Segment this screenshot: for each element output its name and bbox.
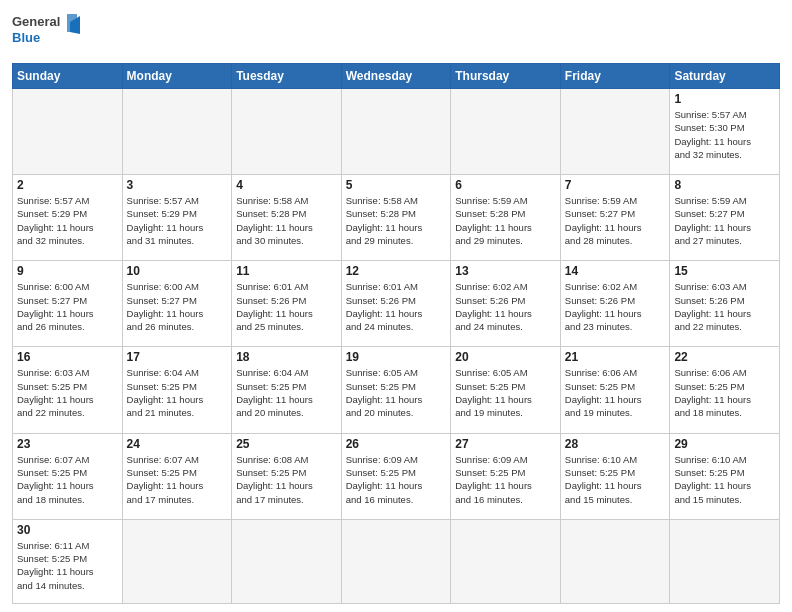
day-info: Sunrise: 6:04 AM Sunset: 5:25 PM Dayligh… (236, 366, 337, 419)
calendar-cell (670, 519, 780, 603)
day-number: 13 (455, 264, 556, 278)
day-info: Sunrise: 6:10 AM Sunset: 5:25 PM Dayligh… (565, 453, 666, 506)
weekday-header-saturday: Saturday (670, 64, 780, 89)
day-info: Sunrise: 6:03 AM Sunset: 5:25 PM Dayligh… (17, 366, 118, 419)
day-number: 15 (674, 264, 775, 278)
day-info: Sunrise: 6:11 AM Sunset: 5:25 PM Dayligh… (17, 539, 118, 592)
calendar-cell: 20Sunrise: 6:05 AM Sunset: 5:25 PM Dayli… (451, 347, 561, 433)
day-number: 18 (236, 350, 337, 364)
calendar-cell: 24Sunrise: 6:07 AM Sunset: 5:25 PM Dayli… (122, 433, 232, 519)
day-info: Sunrise: 5:58 AM Sunset: 5:28 PM Dayligh… (236, 194, 337, 247)
week-row-2: 2Sunrise: 5:57 AM Sunset: 5:29 PM Daylig… (13, 175, 780, 261)
calendar-cell: 12Sunrise: 6:01 AM Sunset: 5:26 PM Dayli… (341, 261, 451, 347)
calendar-table: SundayMondayTuesdayWednesdayThursdayFrid… (12, 63, 780, 604)
calendar-cell (232, 519, 342, 603)
calendar-cell: 17Sunrise: 6:04 AM Sunset: 5:25 PM Dayli… (122, 347, 232, 433)
calendar-cell: 30Sunrise: 6:11 AM Sunset: 5:25 PM Dayli… (13, 519, 123, 603)
weekday-header-tuesday: Tuesday (232, 64, 342, 89)
day-info: Sunrise: 6:10 AM Sunset: 5:25 PM Dayligh… (674, 453, 775, 506)
day-info: Sunrise: 5:59 AM Sunset: 5:27 PM Dayligh… (674, 194, 775, 247)
calendar-cell: 11Sunrise: 6:01 AM Sunset: 5:26 PM Dayli… (232, 261, 342, 347)
day-info: Sunrise: 6:08 AM Sunset: 5:25 PM Dayligh… (236, 453, 337, 506)
week-row-1: 1Sunrise: 5:57 AM Sunset: 5:30 PM Daylig… (13, 89, 780, 175)
day-number: 28 (565, 437, 666, 451)
svg-text:Blue: Blue (12, 30, 40, 45)
day-info: Sunrise: 6:04 AM Sunset: 5:25 PM Dayligh… (127, 366, 228, 419)
calendar-cell: 27Sunrise: 6:09 AM Sunset: 5:25 PM Dayli… (451, 433, 561, 519)
calendar-cell (122, 89, 232, 175)
day-number: 12 (346, 264, 447, 278)
calendar-cell: 22Sunrise: 6:06 AM Sunset: 5:25 PM Dayli… (670, 347, 780, 433)
calendar-cell: 6Sunrise: 5:59 AM Sunset: 5:28 PM Daylig… (451, 175, 561, 261)
day-info: Sunrise: 5:57 AM Sunset: 5:30 PM Dayligh… (674, 108, 775, 161)
calendar-cell: 25Sunrise: 6:08 AM Sunset: 5:25 PM Dayli… (232, 433, 342, 519)
calendar-cell (341, 519, 451, 603)
day-number: 4 (236, 178, 337, 192)
day-number: 6 (455, 178, 556, 192)
day-info: Sunrise: 6:01 AM Sunset: 5:26 PM Dayligh… (346, 280, 447, 333)
calendar-cell: 28Sunrise: 6:10 AM Sunset: 5:25 PM Dayli… (560, 433, 670, 519)
day-info: Sunrise: 5:59 AM Sunset: 5:27 PM Dayligh… (565, 194, 666, 247)
day-info: Sunrise: 6:07 AM Sunset: 5:25 PM Dayligh… (127, 453, 228, 506)
day-number: 21 (565, 350, 666, 364)
day-info: Sunrise: 6:06 AM Sunset: 5:25 PM Dayligh… (565, 366, 666, 419)
day-number: 20 (455, 350, 556, 364)
day-info: Sunrise: 5:58 AM Sunset: 5:28 PM Dayligh… (346, 194, 447, 247)
day-info: Sunrise: 6:00 AM Sunset: 5:27 PM Dayligh… (17, 280, 118, 333)
calendar-cell: 26Sunrise: 6:09 AM Sunset: 5:25 PM Dayli… (341, 433, 451, 519)
calendar-cell (122, 519, 232, 603)
calendar-cell: 19Sunrise: 6:05 AM Sunset: 5:25 PM Dayli… (341, 347, 451, 433)
day-number: 26 (346, 437, 447, 451)
day-number: 10 (127, 264, 228, 278)
calendar-cell: 14Sunrise: 6:02 AM Sunset: 5:26 PM Dayli… (560, 261, 670, 347)
day-info: Sunrise: 6:05 AM Sunset: 5:25 PM Dayligh… (346, 366, 447, 419)
calendar-cell: 18Sunrise: 6:04 AM Sunset: 5:25 PM Dayli… (232, 347, 342, 433)
day-info: Sunrise: 6:01 AM Sunset: 5:26 PM Dayligh… (236, 280, 337, 333)
day-number: 27 (455, 437, 556, 451)
weekday-header-friday: Friday (560, 64, 670, 89)
day-number: 8 (674, 178, 775, 192)
header: General Blue (12, 10, 780, 55)
day-number: 16 (17, 350, 118, 364)
day-number: 30 (17, 523, 118, 537)
week-row-4: 16Sunrise: 6:03 AM Sunset: 5:25 PM Dayli… (13, 347, 780, 433)
day-info: Sunrise: 6:03 AM Sunset: 5:26 PM Dayligh… (674, 280, 775, 333)
day-info: Sunrise: 5:57 AM Sunset: 5:29 PM Dayligh… (127, 194, 228, 247)
day-number: 7 (565, 178, 666, 192)
day-number: 23 (17, 437, 118, 451)
day-info: Sunrise: 5:59 AM Sunset: 5:28 PM Dayligh… (455, 194, 556, 247)
weekday-header-monday: Monday (122, 64, 232, 89)
calendar-cell: 9Sunrise: 6:00 AM Sunset: 5:27 PM Daylig… (13, 261, 123, 347)
calendar-cell: 21Sunrise: 6:06 AM Sunset: 5:25 PM Dayli… (560, 347, 670, 433)
calendar-cell: 8Sunrise: 5:59 AM Sunset: 5:27 PM Daylig… (670, 175, 780, 261)
day-number: 2 (17, 178, 118, 192)
calendar-cell: 13Sunrise: 6:02 AM Sunset: 5:26 PM Dayli… (451, 261, 561, 347)
day-number: 19 (346, 350, 447, 364)
day-info: Sunrise: 5:57 AM Sunset: 5:29 PM Dayligh… (17, 194, 118, 247)
week-row-5: 23Sunrise: 6:07 AM Sunset: 5:25 PM Dayli… (13, 433, 780, 519)
day-number: 17 (127, 350, 228, 364)
calendar-cell (13, 89, 123, 175)
calendar-cell: 10Sunrise: 6:00 AM Sunset: 5:27 PM Dayli… (122, 261, 232, 347)
day-info: Sunrise: 6:09 AM Sunset: 5:25 PM Dayligh… (455, 453, 556, 506)
weekday-header-wednesday: Wednesday (341, 64, 451, 89)
day-number: 3 (127, 178, 228, 192)
day-number: 22 (674, 350, 775, 364)
calendar-cell (451, 519, 561, 603)
calendar-cell: 3Sunrise: 5:57 AM Sunset: 5:29 PM Daylig… (122, 175, 232, 261)
calendar-cell: 23Sunrise: 6:07 AM Sunset: 5:25 PM Dayli… (13, 433, 123, 519)
day-info: Sunrise: 6:02 AM Sunset: 5:26 PM Dayligh… (565, 280, 666, 333)
page: General Blue SundayMondayTuesdayWednesda… (0, 0, 792, 612)
calendar-cell (232, 89, 342, 175)
day-info: Sunrise: 6:06 AM Sunset: 5:25 PM Dayligh… (674, 366, 775, 419)
calendar-cell (560, 519, 670, 603)
calendar-cell: 7Sunrise: 5:59 AM Sunset: 5:27 PM Daylig… (560, 175, 670, 261)
day-info: Sunrise: 6:02 AM Sunset: 5:26 PM Dayligh… (455, 280, 556, 333)
calendar-cell: 5Sunrise: 5:58 AM Sunset: 5:28 PM Daylig… (341, 175, 451, 261)
calendar-cell: 2Sunrise: 5:57 AM Sunset: 5:29 PM Daylig… (13, 175, 123, 261)
weekday-header-sunday: Sunday (13, 64, 123, 89)
calendar-cell: 29Sunrise: 6:10 AM Sunset: 5:25 PM Dayli… (670, 433, 780, 519)
day-number: 9 (17, 264, 118, 278)
day-info: Sunrise: 6:09 AM Sunset: 5:25 PM Dayligh… (346, 453, 447, 506)
day-number: 24 (127, 437, 228, 451)
